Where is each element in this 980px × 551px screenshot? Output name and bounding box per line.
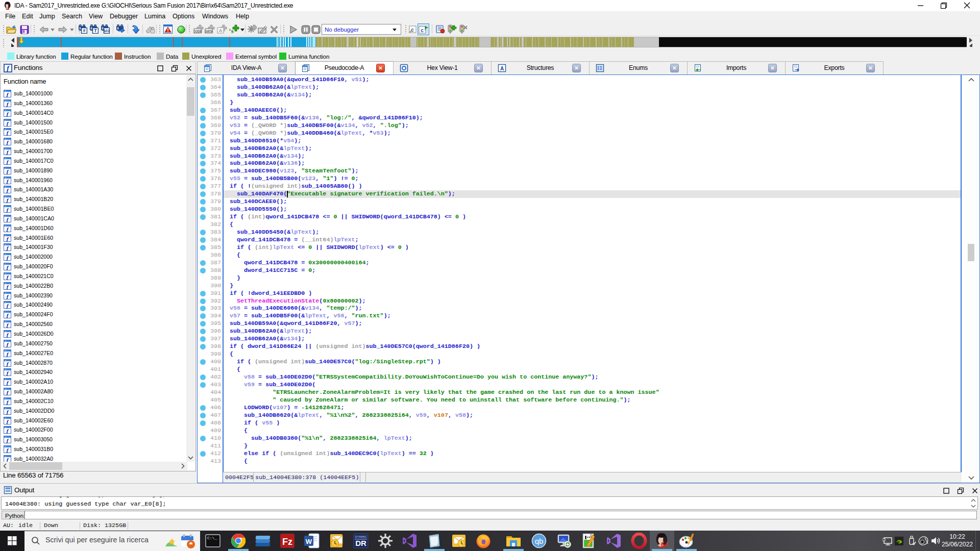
- svg-text:DATA: DATA: [205, 30, 213, 33]
- svg-text:DR: DR: [355, 539, 366, 547]
- svg-text:T: T: [94, 28, 97, 33]
- svg-text:DYNAMIC: DYNAMIC: [355, 535, 366, 538]
- svg-text:CODE: CODE: [193, 30, 203, 33]
- svg-text:Fz: Fz: [282, 537, 292, 547]
- svg-text:101: 101: [104, 29, 110, 33]
- svg-text:W: W: [306, 538, 312, 545]
- svg-text:C:\_: C:\_: [207, 536, 217, 540]
- svg-text:A: A: [219, 28, 222, 33]
- svg-text:‘s: ‘s: [229, 27, 233, 34]
- svg-text:qb: qb: [535, 537, 544, 545]
- svg-text:c: c: [421, 28, 424, 33]
- svg-text:#: #: [83, 28, 85, 33]
